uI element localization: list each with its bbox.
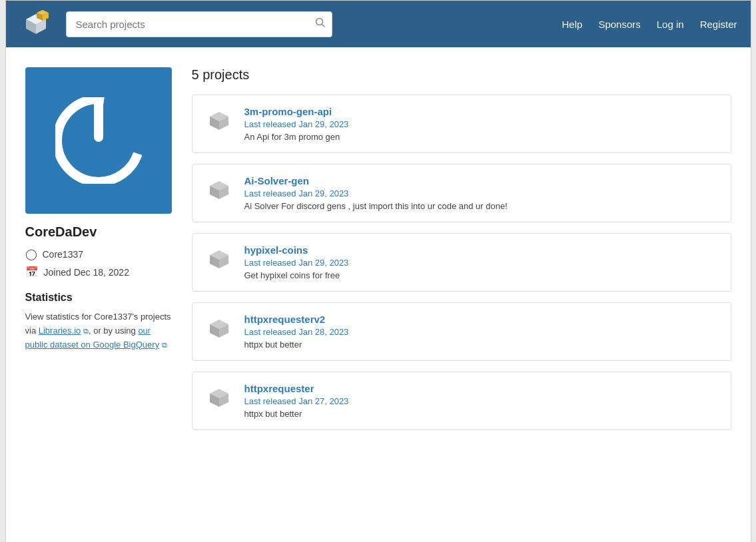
project-description: Get hypixel coins for free <box>244 270 719 280</box>
project-icon <box>204 314 234 343</box>
project-card: 3m-promo-gen-apiLast released Jan 29, 20… <box>192 95 731 153</box>
libraries-io-link[interactable]: Libraries.io <box>39 326 81 336</box>
project-date: Last released Jan 29, 2023 <box>244 258 719 268</box>
username-item: ◯ Core1337 <box>25 248 172 260</box>
project-date: Last released Jan 27, 2023 <box>244 396 719 406</box>
project-card: httpxrequesterv2Last released Jan 28, 20… <box>192 302 731 361</box>
cube-icon <box>204 106 234 135</box>
ext-icon-1: ⧉ <box>83 327 89 335</box>
profile-image <box>25 67 172 214</box>
projects-count: 5 projects <box>192 67 731 83</box>
project-description: Ai Solver For discord gens , just import… <box>244 201 719 211</box>
nav-links: Help Sponsors Log in Register <box>562 19 737 30</box>
user-icon: ◯ <box>25 248 37 260</box>
joined-item: 📅 Joined Dec 18, 2022 <box>25 266 172 278</box>
joined-label: Joined Dec 18, 2022 <box>44 267 129 278</box>
ext-icon-2: ⧉ <box>162 341 167 349</box>
svg-line-8 <box>322 25 324 27</box>
project-info: Ai-Solver-genLast released Jan 29, 2023A… <box>244 175 719 211</box>
profile-meta: ◯ Core1337 📅 Joined Dec 18, 2022 <box>25 248 172 278</box>
main-wrapper: CoreDaDev ◯ Core1337 📅 Joined Dec 18, 20… <box>12 47 745 542</box>
project-name[interactable]: httpxrequester <box>244 383 719 394</box>
project-date: Last released Jan 29, 2023 <box>244 188 719 198</box>
nav-sponsors[interactable]: Sponsors <box>598 19 640 30</box>
project-description: httpx but better <box>244 409 719 419</box>
project-date: Last released Jan 28, 2023 <box>244 327 719 337</box>
search-button[interactable] <box>315 17 326 31</box>
page-outer: Help Sponsors Log in Register CoreDaDev … <box>0 0 756 542</box>
project-icon <box>204 244 234 274</box>
project-icon <box>204 175 234 204</box>
projects-area: 5 projects 3m-promo-gen-apiLast released… <box>192 61 731 529</box>
nav-help[interactable]: Help <box>562 19 583 30</box>
project-info: 3m-promo-gen-apiLast released Jan 29, 20… <box>244 106 719 142</box>
project-card: Ai-Solver-genLast released Jan 29, 2023A… <box>192 164 731 222</box>
project-card: hypixel-coinsLast released Jan 29, 2023G… <box>192 233 731 292</box>
statistics-text: View statistics for Core1337's projects … <box>25 310 172 352</box>
cube-icon <box>204 314 234 343</box>
projects-list: 3m-promo-gen-apiLast released Jan 29, 20… <box>192 95 731 430</box>
project-card: httpxrequesterLast released Jan 27, 2023… <box>192 372 731 430</box>
project-info: httpxrequesterLast released Jan 27, 2023… <box>244 383 719 419</box>
calendar-icon: 📅 <box>25 266 39 278</box>
project-date: Last released Jan 29, 2023 <box>244 119 719 129</box>
search-icon <box>315 17 326 28</box>
project-description: httpx but better <box>244 340 719 350</box>
cube-icon <box>204 383 234 412</box>
project-icon <box>204 106 234 135</box>
project-icon <box>204 383 234 412</box>
logo-container <box>19 7 53 41</box>
statistics-heading: Statistics <box>25 292 172 304</box>
cube-icon <box>204 175 234 204</box>
project-name[interactable]: Ai-Solver-gen <box>244 175 719 186</box>
search-input[interactable] <box>66 11 332 37</box>
search-container <box>66 11 332 37</box>
site-logo <box>19 7 53 41</box>
page-inner: Help Sponsors Log in Register CoreDaDev … <box>5 0 751 542</box>
project-info: httpxrequesterv2Last released Jan 28, 20… <box>244 314 719 350</box>
project-name[interactable]: 3m-promo-gen-api <box>244 106 719 117</box>
project-name[interactable]: httpxrequesterv2 <box>244 314 719 325</box>
profile-name: CoreDaDev <box>25 224 172 240</box>
sidebar: CoreDaDev ◯ Core1337 📅 Joined Dec 18, 20… <box>25 61 172 529</box>
nav-register[interactable]: Register <box>700 19 737 30</box>
header: Help Sponsors Log in Register <box>6 1 751 47</box>
project-name[interactable]: hypixel-coins <box>244 244 719 256</box>
power-icon <box>55 97 142 184</box>
statistics-section: Statistics View statistics for Core1337'… <box>25 292 172 352</box>
cube-icon <box>204 244 234 274</box>
nav-login[interactable]: Log in <box>657 19 684 30</box>
project-description: An Api for 3m promo gen <box>244 132 719 142</box>
username-label: Core1337 <box>43 249 84 260</box>
project-info: hypixel-coinsLast released Jan 29, 2023G… <box>244 244 719 280</box>
